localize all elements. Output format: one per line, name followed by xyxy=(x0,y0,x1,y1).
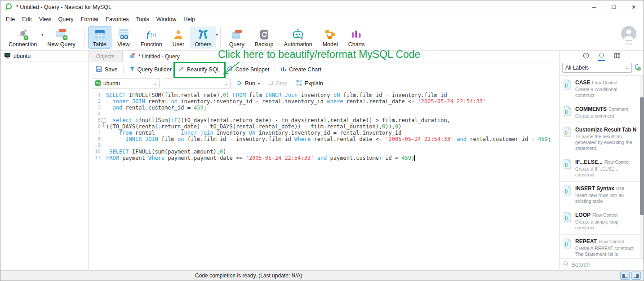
charts-label: Charts xyxy=(348,41,365,48)
others-label: Others xyxy=(195,41,212,48)
search-input[interactable] xyxy=(571,261,625,268)
toolbar-separator xyxy=(84,27,84,48)
sql-editor[interactable]: 1SELECT IFNULL(SUM(film.rental_rate),0) … xyxy=(89,90,559,270)
explain-button[interactable]: Explain xyxy=(293,78,326,89)
code-snippet-tab-icon[interactable] xyxy=(598,52,605,61)
svg-text:(): () xyxy=(565,130,568,135)
chevron-down-icon: ⌄ xyxy=(625,66,629,70)
model-label: Model xyxy=(323,41,338,48)
avatar-icon xyxy=(621,35,636,43)
snippet-item-customize-result-tab-na[interactable]: ()Customize Result Tab NaTo name the res… xyxy=(560,123,644,155)
save-button[interactable]: Save xyxy=(93,64,121,75)
beautify-sql-label: Beautify SQL xyxy=(187,66,220,73)
create-chart-button[interactable]: Create Chart xyxy=(277,64,324,75)
toggle-right-panel-button[interactable] xyxy=(631,272,641,280)
sidebar-item-ubuntu[interactable]: ubuntu xyxy=(0,51,88,62)
main-toolbar: ▾ConnectionNew QueryTableViewf(x)Functio… xyxy=(0,24,644,51)
menu-favorites[interactable]: Favorites xyxy=(102,15,132,24)
tab-untitled-query[interactable]: * Untitled - Query xyxy=(122,51,187,62)
info-icon[interactable] xyxy=(583,53,589,61)
code-text: INNER JOIN film on film.film_id = invent… xyxy=(106,136,551,142)
snippet-item-text: IF...ELSE...Flow ControlCreate a IF...EL… xyxy=(575,159,637,178)
snippet-description: To name the result tab generated by exec… xyxy=(575,134,637,151)
code-snippet-button[interactable]: Code Snippet xyxy=(223,64,273,75)
snippet-list-scrollbar[interactable] xyxy=(640,76,644,258)
query-builder-button[interactable]: Query Builder xyxy=(126,64,175,75)
backup-button[interactable]: Backup xyxy=(250,26,278,48)
snippet-item-loop[interactable]: ()LOOPFlow ControlCreate a simple loop c… xyxy=(560,208,644,235)
menu-view[interactable]: View xyxy=(36,15,55,24)
snippet-item-text: CASEFlow ControlCreate a conditional con… xyxy=(575,79,637,98)
automation-icon xyxy=(291,28,305,41)
beautify-sql-button[interactable]: Beautify SQL xyxy=(175,64,223,75)
close-button[interactable]: ✕ xyxy=(624,0,644,14)
menu-format[interactable]: Format xyxy=(77,15,102,24)
table-button[interactable]: Table xyxy=(89,26,111,48)
code-line: 10 SELECT IFNULL(sum(payment.amount),0) xyxy=(89,149,559,155)
menu-help[interactable]: Help xyxy=(180,15,199,24)
stop-button[interactable]: Stop xyxy=(265,79,290,88)
user-avatar[interactable] xyxy=(621,26,637,44)
code-text: SELECT IFNULL(SUM(film.rental_rate),0) F… xyxy=(106,92,447,98)
code-line: 5 select ifnull(Sum(iF((tO_days(rental.r… xyxy=(89,117,559,123)
toggle-left-panel-button[interactable] xyxy=(620,272,630,280)
beautify-sql-icon xyxy=(178,66,185,74)
labels-filter-value: All Labels xyxy=(565,65,589,71)
status-message: Code completion is ready. (Last update: … xyxy=(195,272,302,279)
text-cursor xyxy=(414,155,415,161)
fold-marker-icon[interactable] xyxy=(101,123,106,130)
menu-file[interactable]: File xyxy=(2,15,18,24)
tab-objects[interactable]: Objects xyxy=(89,51,122,62)
snippet-doc-icon: () xyxy=(563,212,572,224)
menu-window[interactable]: Window xyxy=(153,15,180,24)
snippet-item-if-else[interactable]: ()IF...ELSE...Flow ControlCreate a IF...… xyxy=(560,155,644,182)
scrollbar-thumb[interactable] xyxy=(640,97,644,215)
code-line: 9 xyxy=(89,142,559,149)
grid-icon[interactable] xyxy=(614,53,621,61)
menu-edit[interactable]: Edit xyxy=(18,15,36,24)
minimize-button[interactable]: ─ xyxy=(584,0,604,14)
snippet-item-comments[interactable]: ()COMMENTSCommentCreate a comment xyxy=(560,102,644,123)
snippet-title: CASEFlow Control xyxy=(575,79,637,86)
charts-button[interactable]: Charts xyxy=(344,26,369,48)
database-select[interactable]: ⌄ xyxy=(163,79,231,88)
snippet-item-insert-syntax[interactable]: ()INSERT SyntaxDMLInsert new rows into a… xyxy=(560,182,644,208)
fold-column xyxy=(101,149,106,155)
maximize-button[interactable]: ☐ xyxy=(604,0,624,14)
chevron-down-icon[interactable]: ▾ xyxy=(216,33,218,37)
line-number: 9 xyxy=(89,142,101,149)
function-button[interactable]: f(x)Function xyxy=(136,26,167,48)
connection-select[interactable]: ubuntu ⌄ xyxy=(92,79,160,88)
connection-button[interactable]: ▾Connection xyxy=(4,26,41,48)
snippet-doc-icon: () xyxy=(563,238,572,250)
menu-query[interactable]: Query xyxy=(55,15,77,24)
view-button[interactable]: View xyxy=(112,26,135,48)
snippet-item-repeat[interactable]: ()REPEATFlow ControlCreate A REPEAT cons… xyxy=(560,235,644,258)
connection-label: ubuntu xyxy=(13,53,31,59)
snippet-doc-icon: () xyxy=(563,185,572,198)
others-icon xyxy=(197,28,209,41)
automation-button[interactable]: Automation xyxy=(279,26,316,48)
server-connection-icon xyxy=(4,53,11,60)
line-number: 4 xyxy=(89,111,101,117)
snippet-item-case[interactable]: ()CASEFlow ControlCreate a conditional c… xyxy=(560,76,644,102)
function-label: Function xyxy=(141,41,162,48)
snippet-description: Create a IF...ELSE... construct xyxy=(575,166,637,178)
connection-label: Connection xyxy=(9,41,37,48)
labels-filter-select[interactable]: All Labels ⌄ xyxy=(562,63,632,73)
others-button[interactable]: ▾Others xyxy=(190,26,216,48)
menu-tools[interactable]: Tools xyxy=(133,15,153,24)
add-snippet-icon[interactable] xyxy=(634,63,641,73)
search-icon xyxy=(563,260,569,268)
fold-column xyxy=(101,92,106,98)
code-snippet-panel: All Labels ⌄ ()CASEFlow ControlCreate a … xyxy=(559,51,644,270)
snippet-title: INSERT SyntaxDML xyxy=(575,185,637,192)
fold-column xyxy=(101,136,106,142)
user-button[interactable]: User xyxy=(168,26,189,48)
model-button[interactable]: Model xyxy=(318,26,342,48)
snippet-doc-icon: () xyxy=(563,106,572,118)
new-query-button[interactable]: New Query xyxy=(43,26,80,48)
run-button[interactable]: Run ▾ xyxy=(234,79,262,89)
query-button[interactable]: Query xyxy=(225,26,249,48)
snippet-list: ()CASEFlow ControlCreate a conditional c… xyxy=(560,75,644,258)
